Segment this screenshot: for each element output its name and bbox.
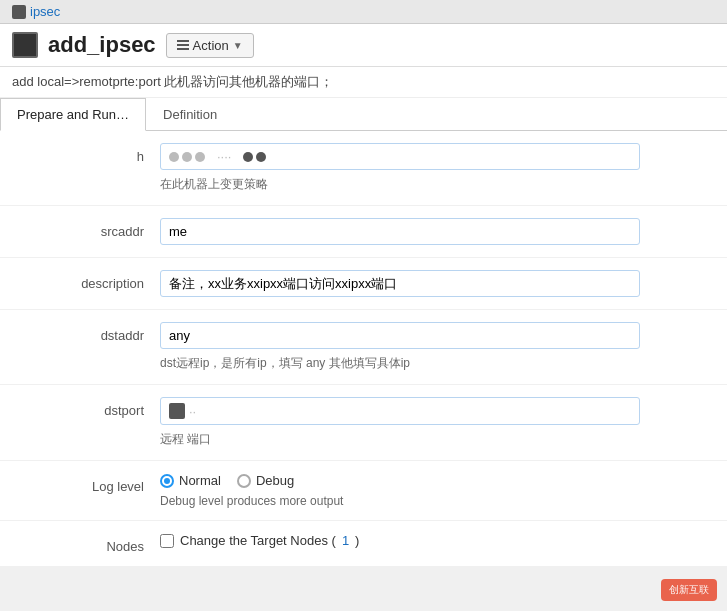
tab-definition[interactable]: Definition — [146, 98, 234, 131]
label-srcaddr: srcaddr — [0, 218, 160, 239]
breadcrumb-link[interactable]: ipsec — [30, 4, 60, 19]
dot-1 — [169, 152, 179, 162]
hint-loglevel: Debug level produces more output — [160, 494, 727, 508]
content-dstaddr: dst远程ip，是所有ip，填写 any 其他填写具体ip — [160, 322, 727, 372]
field-dstport: dstport ·· 远程 端口 — [0, 385, 727, 461]
host-dots — [169, 152, 205, 162]
field-dstaddr: dstaddr dst远程ip，是所有ip，填写 any 其他填写具体ip — [0, 310, 727, 385]
file-icon — [12, 32, 38, 58]
label-h: h — [0, 143, 160, 164]
field-h: h ···· 在此机器上变更策略 — [0, 131, 727, 206]
action-button[interactable]: Action ▼ — [166, 33, 254, 58]
content-dstport: ·· 远程 端口 — [160, 397, 727, 448]
host-display[interactable]: ···· — [160, 143, 640, 170]
page-title: add_ipsec — [48, 32, 156, 58]
label-description: description — [0, 270, 160, 291]
breadcrumb: ipsec — [0, 0, 727, 24]
input-description[interactable] — [160, 270, 640, 297]
radio-debug[interactable] — [237, 474, 251, 488]
nodes-after: ) — [355, 533, 359, 548]
port-dots: ·· — [189, 404, 196, 419]
nodes-checkbox-row: Change the Target Nodes (1) — [160, 533, 727, 548]
field-loglevel: Log level Normal Debug Debug level produ… — [0, 461, 727, 521]
host-dots-2 — [243, 152, 266, 162]
content-h: ···· 在此机器上变更策略 — [160, 143, 727, 193]
dstport-display[interactable]: ·· — [160, 397, 640, 425]
content-nodes: Change the Target Nodes (1) — [160, 533, 727, 548]
form-area: h ···· 在此机器上变更策略 srcaddr d — [0, 131, 727, 567]
action-label: Action — [193, 38, 229, 53]
page-header: add_ipsec Action ▼ — [0, 24, 727, 67]
content-srcaddr — [160, 218, 727, 245]
tabs-bar: Prepare and Run… Definition — [0, 98, 727, 131]
radio-option-debug[interactable]: Debug — [237, 473, 294, 488]
field-description: description — [0, 258, 727, 310]
input-srcaddr[interactable] — [160, 218, 640, 245]
chevron-down-icon: ▼ — [233, 40, 243, 51]
label-loglevel: Log level — [0, 473, 160, 494]
folder-icon — [12, 5, 26, 19]
hint-h: 在此机器上变更策略 — [160, 176, 727, 193]
dot-2 — [182, 152, 192, 162]
tab-prepare[interactable]: Prepare and Run… — [0, 98, 146, 131]
radio-group-loglevel: Normal Debug — [160, 473, 727, 488]
hint-dstport: 远程 端口 — [160, 431, 727, 448]
list-icon — [177, 40, 189, 50]
nodes-checkbox[interactable] — [160, 534, 174, 548]
radio-normal-label: Normal — [179, 473, 221, 488]
dot-3 — [195, 152, 205, 162]
field-srcaddr: srcaddr — [0, 206, 727, 258]
label-nodes: Nodes — [0, 533, 160, 554]
nodes-label: Change the Target Nodes ( — [180, 533, 336, 548]
radio-option-normal[interactable]: Normal — [160, 473, 221, 488]
separator: ···· — [217, 149, 231, 164]
page-subtitle: add local=>remotprte:port 此机器访问其他机器的端口； — [0, 67, 727, 98]
radio-debug-label: Debug — [256, 473, 294, 488]
label-dstaddr: dstaddr — [0, 322, 160, 343]
label-dstport: dstport — [0, 397, 160, 418]
content-description — [160, 270, 727, 297]
radio-normal[interactable] — [160, 474, 174, 488]
dot-dark-2 — [256, 152, 266, 162]
port-icon — [169, 403, 185, 419]
field-nodes: Nodes Change the Target Nodes (1) — [0, 521, 727, 567]
dot-dark — [243, 152, 253, 162]
content-loglevel: Normal Debug Debug level produces more o… — [160, 473, 727, 508]
input-dstaddr[interactable] — [160, 322, 640, 349]
hint-dstaddr: dst远程ip，是所有ip，填写 any 其他填写具体ip — [160, 355, 727, 372]
nodes-link[interactable]: 1 — [342, 533, 349, 548]
